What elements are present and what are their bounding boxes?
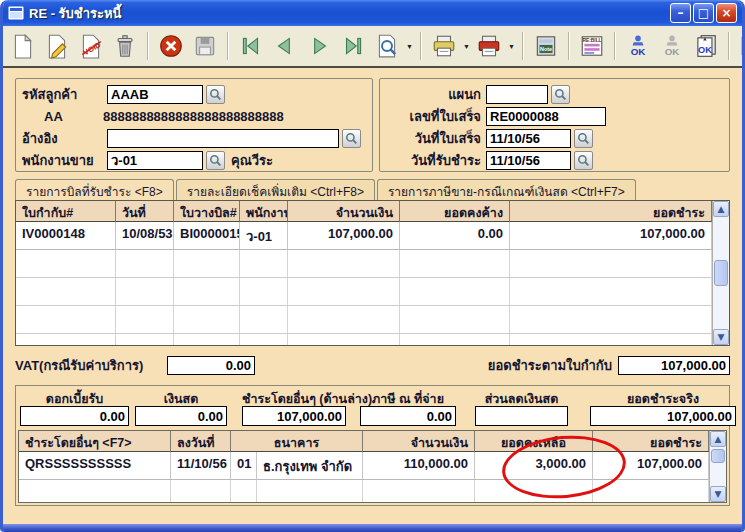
salesperson-lookup-button[interactable] [206,151,225,170]
previous-record-button[interactable] [269,30,301,62]
reference-lookup-button[interactable] [342,129,361,148]
department-lookup-button[interactable] [551,85,570,104]
scroll-up-icon[interactable]: ▲ [713,201,729,217]
payment-row-cell[interactable]: ธ.กรุงเทพ จำกัด [257,452,363,480]
search-icon [554,88,567,101]
payment-date-lookup-button[interactable] [574,151,593,170]
receipt-date-lookup-button[interactable] [574,129,593,148]
column-header[interactable]: ธนาคาร [231,431,363,452]
print-preview-dropdown[interactable]: ▼ [405,43,414,50]
tab-bills-received[interactable]: รายการบิลที่รับชำระ <F8> [15,179,174,200]
svg-text:OK: OK [665,46,680,57]
save-icon [192,33,218,59]
tab-cheque-details[interactable]: รายละเอียดเช็คเพิ่มเติม <Ctrl+F8> [176,179,375,200]
column-header[interactable]: ลงวันที่ [171,431,231,452]
scroll-down-icon[interactable]: ▼ [713,329,729,345]
approve-book-icon: OK [693,33,719,59]
column-header[interactable]: ใบวางบิล# [174,201,240,222]
cancel-icon [158,33,184,59]
column-header[interactable]: พนักงานขา [240,201,288,222]
payment-row-cell[interactable]: QRSSSSSSSSSS [19,452,171,480]
approve-disabled-button[interactable]: OK [656,30,688,62]
receipt-no-input[interactable] [486,107,606,126]
next-record-button[interactable] [303,30,335,62]
delete-button[interactable] [109,30,141,62]
app-icon [8,6,24,20]
print-preview-button[interactable] [371,30,403,62]
interest-input[interactable] [20,406,129,426]
withholding-tax-input[interactable] [360,406,456,426]
scroll-down-icon[interactable]: ▼ [710,486,726,502]
cash-label: เงินสด [135,389,227,406]
tab-sales-tax-cash-basis[interactable]: รายการภาษีขาย-กรณีเกณฑ์เงินสด <Ctrl+F7> [377,179,636,200]
bill-row-cell[interactable]: 107,000.00 [510,222,712,250]
print-red-button[interactable] [473,30,505,62]
bill-row-cell[interactable]: BI0000015 [174,222,240,250]
invoice-total-input[interactable] [618,356,730,375]
new-document-button[interactable] [7,30,39,62]
other-payment-input[interactable] [242,406,346,426]
receipt-date-input[interactable] [486,129,571,148]
withholding-tax-label: ภาษี ณ ที่จ่าย [360,389,456,406]
customer-lookup-button[interactable] [206,85,225,104]
svg-text:Note: Note [540,46,552,52]
scroll-up-icon[interactable]: ▲ [710,431,726,447]
payment-row-cell[interactable]: 11/10/56 [171,452,231,480]
print-yellow-dropdown[interactable]: ▼ [462,43,471,50]
payment-row-cell circled-value[interactable]: 3,000.00 [475,452,593,480]
payment-row-cell[interactable]: 107,000.00 [593,452,709,480]
save-button[interactable] [189,30,221,62]
printer-yellow-icon [431,33,457,59]
salesperson-input[interactable] [107,151,203,170]
minimize-button[interactable]: – [670,3,691,23]
options-partial-button[interactable] [736,30,742,62]
column-header[interactable]: ยอดชำระ [510,201,712,222]
last-record-button[interactable] [337,30,369,62]
approve-button[interactable]: OK [622,30,654,62]
cash-discount-input[interactable] [475,406,568,426]
column-header[interactable]: ใบกำกับ# [16,201,116,222]
vat-input[interactable] [167,356,255,375]
bill-row-cell[interactable]: IV0000148 [16,222,116,250]
customer-code-input[interactable] [107,85,203,104]
approve-book-button[interactable]: OK [690,30,722,62]
void-document-icon: VOID [78,33,104,59]
other-payment-scrollbar[interactable]: ▲ ▼ [709,431,726,502]
note-button[interactable]: Note [530,30,562,62]
payment-date-input[interactable] [486,151,571,170]
reference-input[interactable] [107,129,339,148]
payment-row-cell[interactable]: 110,000.00 [363,452,475,480]
maximize-button[interactable]: □ [693,3,714,23]
column-header[interactable]: ยอดคงค้าง [400,201,510,222]
column-header[interactable]: จำนวนเงิน [288,201,400,222]
toolbar-separator [227,32,229,60]
scroll-thumb[interactable] [714,260,728,286]
bill-row-cell[interactable]: 0.00 [400,222,510,250]
print-yellow-button[interactable] [428,30,460,62]
bill-row-cell[interactable]: 107,000.00 [288,222,400,250]
department-input[interactable] [486,85,548,104]
re-bill-button[interactable]: RE:BILL [576,30,608,62]
print-red-dropdown[interactable]: ▼ [507,43,516,50]
close-button[interactable]: × [716,3,737,23]
salesperson-name: คุณวีระ [231,150,273,171]
column-header[interactable]: วันที่ [116,201,174,222]
actual-payment-input[interactable] [590,406,736,426]
first-record-button[interactable] [235,30,267,62]
approve-disabled-icon: OK [659,33,685,59]
bill-row-cell[interactable]: ว-01 [240,222,288,250]
void-document-button[interactable]: VOID [75,30,107,62]
payment-row-cell[interactable]: 01 [231,452,257,480]
bill-row-cell[interactable]: 10/08/53 [116,222,174,250]
tab-bar: รายการบิลที่รับชำระ <F8> รายละเอียดเช็คเ… [15,179,730,200]
edit-document-button[interactable] [41,30,73,62]
bills-table-scrollbar[interactable]: ▲ ▼ [712,201,729,345]
column-header[interactable]: ชำระโดยอื่นๆ <F7> [19,431,171,452]
cancel-button[interactable] [155,30,187,62]
column-header[interactable]: ยอดคงเหลือ [475,431,593,452]
cash-input[interactable] [135,406,227,426]
column-header[interactable]: จำนวนเงิน [363,431,475,452]
column-header[interactable]: ยอดชำระ [593,431,709,452]
header-form: รหัสลูกค้า AA 8888888888888888888888888 … [15,78,730,172]
scroll-thumb[interactable] [711,449,725,463]
